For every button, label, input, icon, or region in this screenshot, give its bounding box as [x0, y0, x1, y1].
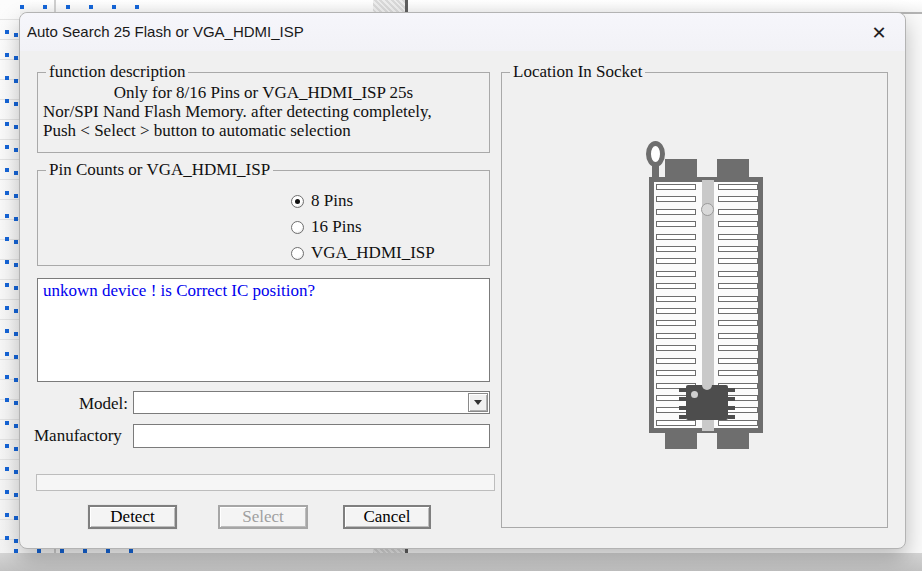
description-line: Only for 8/16 Pins or VGA_HDMI_ISP 25s: [43, 83, 484, 102]
select-button: Select: [218, 505, 308, 529]
chip-pin: [679, 397, 686, 401]
chip-pin: [728, 397, 735, 401]
chevron-down-icon: [474, 400, 482, 405]
socket-bottom-tab-left: [665, 432, 697, 449]
progress-bar: [36, 474, 495, 491]
radio-8-pins[interactable]: 8 Pins: [291, 188, 489, 214]
detection-result-list[interactable]: unkown device ! is Correct IC position?: [37, 278, 490, 382]
dialog-title: Auto Search 25 Flash or VGA_HDMI_ISP: [27, 13, 304, 51]
radio-label: 8 Pins: [311, 191, 353, 211]
selection-marquee-dots-left-1: [5, 30, 9, 555]
location-in-socket-legend: Location In Socket: [510, 62, 645, 82]
radio-vga-hdmi-isp[interactable]: VGA_HDMI_ISP: [291, 240, 489, 266]
cancel-button[interactable]: Cancel: [343, 505, 431, 529]
close-icon[interactable]: ✕: [867, 21, 891, 45]
description-line: Push < Select > button to automatic sele…: [43, 121, 484, 140]
pin-count-radio-group: 8 Pins 16 Pins VGA_HDMI_ISP: [291, 188, 489, 266]
chip-pin: [679, 406, 686, 410]
background-bottom-bar: [0, 553, 922, 571]
socket-top-tab-right: [717, 159, 749, 178]
manufactory-label: Manufactory: [34, 426, 130, 446]
manufactory-input[interactable]: [133, 424, 490, 448]
detection-message: unkown device ! is Correct IC position?: [43, 281, 315, 300]
chip-pin: [728, 406, 735, 410]
pin-counts-group: Pin Counts or VGA_HDMI_ISP 8 Pins 16 Pin…: [37, 160, 490, 266]
chip-pin: [728, 388, 735, 392]
function-description-group: function description Only for 8/16 Pins …: [37, 62, 490, 153]
detect-button[interactable]: Detect: [88, 505, 177, 529]
radio-icon: [291, 195, 304, 208]
radio-label: 16 Pins: [311, 217, 362, 237]
radio-icon: [291, 247, 304, 260]
radio-label: VGA_HDMI_ISP: [311, 243, 435, 263]
titlebar[interactable]: Auto Search 25 Flash or VGA_HDMI_ISP ✕: [20, 13, 905, 51]
radio-icon: [291, 221, 304, 234]
socket-top-tab-left: [665, 159, 697, 178]
model-label: Model:: [37, 394, 128, 414]
selection-marquee-dots-left-2: [14, 33, 18, 555]
chip-location-indicator: [686, 385, 728, 420]
pin-counts-legend: Pin Counts or VGA_HDMI_ISP: [46, 160, 273, 180]
chip-pin: [679, 388, 686, 392]
chip-pin1-dot: [691, 391, 698, 398]
model-input[interactable]: [134, 392, 468, 413]
socket-bottom-tab-right: [717, 432, 749, 449]
model-dropdown-button[interactable]: [468, 393, 488, 412]
selection-marquee-dots-bottom: [14, 549, 139, 553]
chip-pin: [679, 415, 686, 419]
socket-channel-hole: [701, 203, 714, 216]
description-line: Nor/SPI Nand Flash Memory. after detecti…: [43, 102, 484, 121]
chip-notch: [702, 384, 712, 390]
auto-search-dialog: Auto Search 25 Flash or VGA_HDMI_ISP ✕ f…: [19, 12, 906, 549]
radio-16-pins[interactable]: 16 Pins: [291, 214, 489, 240]
selection-marquee-dots-top: [20, 5, 145, 9]
chip-pin: [728, 415, 735, 419]
model-combobox[interactable]: [133, 391, 490, 414]
function-description-legend: function description: [46, 62, 188, 82]
